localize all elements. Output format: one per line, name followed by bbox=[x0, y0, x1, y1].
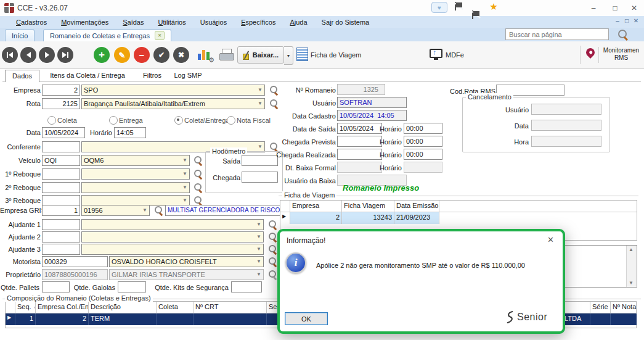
qtde-gaiolas-input[interactable] bbox=[118, 281, 146, 292]
gris-lookup-button[interactable] bbox=[153, 205, 163, 215]
last-record-button[interactable] bbox=[57, 47, 73, 63]
memo-scrollbar[interactable]: ▲ ▼ bbox=[626, 246, 637, 287]
ficha-row-empresa[interactable]: 2 bbox=[290, 212, 342, 224]
radio-coleta[interactable] bbox=[47, 116, 56, 125]
radio-entrega[interactable] bbox=[109, 116, 118, 125]
ficha-col-ficha[interactable]: Ficha Viagem bbox=[342, 201, 394, 212]
flag-off-icon[interactable] bbox=[471, 10, 481, 19]
comp-col-descricao[interactable]: Descrição bbox=[89, 302, 157, 313]
mdfe-button[interactable]: MDFe bbox=[446, 51, 464, 59]
comp-row-crt[interactable] bbox=[194, 313, 267, 325]
next-record-button[interactable] bbox=[39, 47, 55, 63]
menu-usuarios[interactable]: Usuários bbox=[200, 19, 227, 26]
chart-button[interactable]: ⚙ bbox=[197, 49, 213, 62]
monitoramento-rms-button[interactable]: Monitoramen RMS bbox=[601, 47, 642, 62]
first-record-button[interactable] bbox=[2, 47, 18, 63]
reboque1-lookup-button[interactable] bbox=[193, 169, 203, 179]
motorista-select[interactable]: OSVALDO HORACIO CROISFELT▼ bbox=[109, 256, 264, 267]
delete-button[interactable]: − bbox=[134, 47, 150, 63]
favorites-heart-button[interactable]: ♥ bbox=[431, 2, 447, 13]
ficha-col-empresa[interactable]: Empresa bbox=[290, 201, 342, 212]
veiculo-code-input[interactable]: OQI bbox=[42, 155, 80, 166]
veiculo-select[interactable]: OQM6▼ bbox=[81, 155, 190, 166]
reboque2-select[interactable]: ▼ bbox=[81, 182, 190, 193]
comp-row-empresa[interactable]: 2 bbox=[36, 313, 89, 325]
confirm-button[interactable]: ✔ bbox=[153, 47, 169, 63]
comp-row-seq[interactable]: 1 bbox=[15, 313, 36, 325]
reboque3-lookup-button[interactable] bbox=[193, 196, 203, 205]
conferente-code-input[interactable] bbox=[42, 141, 80, 152]
comp-row-nota[interactable] bbox=[611, 313, 637, 325]
tab-itens[interactable]: Itens da Coleta / Entrega bbox=[41, 70, 134, 81]
flag-icon[interactable] bbox=[454, 2, 463, 10]
radio-coleta-entrega[interactable] bbox=[174, 116, 183, 125]
ficha-viagem-button[interactable]: Ficha de Viagem bbox=[311, 51, 361, 59]
data-input[interactable]: 10/05/2024 bbox=[42, 127, 85, 138]
menu-utilitarios[interactable]: Utilitários bbox=[158, 19, 185, 26]
qtde-pallets-input[interactable] bbox=[42, 281, 70, 292]
print-button[interactable] bbox=[219, 49, 235, 62]
rota-code-input[interactable]: 2125 bbox=[42, 98, 80, 109]
rota-select[interactable]: Bragança Paulista/Atibaia/Itatiba/Extrem… bbox=[81, 98, 265, 109]
menu-movimentacoes[interactable]: Movimentações bbox=[61, 19, 108, 26]
empresa-select[interactable]: SPO▼ bbox=[81, 85, 265, 96]
mdi-restore-button[interactable]: □ bbox=[622, 17, 631, 24]
tab-filtros[interactable]: Filtros bbox=[137, 70, 168, 81]
tab-dados[interactable]: Dados bbox=[5, 70, 39, 82]
tab-romaneio[interactable]: Romaneio de Coletas e Entregas ✕ bbox=[43, 29, 171, 41]
comp-col-nota[interactable]: Nº Nota bbox=[611, 302, 637, 313]
mdi-minimize-button[interactable]: – bbox=[613, 17, 622, 24]
ajudante2-lookup-button[interactable] bbox=[267, 232, 277, 242]
ajudante2-select[interactable]: ▼ bbox=[81, 231, 264, 243]
ficha-col-emissao[interactable]: Data Emissão bbox=[394, 201, 439, 212]
dialog-close-icon[interactable]: ✕ bbox=[547, 235, 554, 244]
comp-col-empresa[interactable]: Empresa Col./Ent. bbox=[36, 302, 89, 313]
comp-col-serie[interactable]: Série bbox=[590, 302, 611, 313]
reboque1-select[interactable]: ▼ bbox=[81, 168, 190, 180]
reboque1-code-input[interactable] bbox=[42, 168, 80, 180]
tab-close-icon[interactable]: ✕ bbox=[155, 31, 165, 40]
reboque2-code-input[interactable] bbox=[42, 182, 80, 193]
motorista-code-input[interactable]: 000329 bbox=[42, 256, 108, 267]
ok-button[interactable]: OK bbox=[285, 312, 328, 325]
add-button[interactable]: + bbox=[94, 47, 110, 63]
veiculo-lookup-button[interactable] bbox=[193, 155, 203, 165]
motorista-lookup-button[interactable] bbox=[267, 257, 277, 267]
mdfe-icon[interactable] bbox=[430, 49, 442, 58]
menu-sair[interactable]: Sair do Sistema bbox=[322, 19, 370, 26]
mdi-close-button[interactable]: ✕ bbox=[632, 17, 640, 24]
ajudante1-lookup-button[interactable] bbox=[267, 220, 277, 230]
reboque2-lookup-button[interactable] bbox=[193, 183, 203, 193]
ajudante3-code-input[interactable] bbox=[42, 244, 80, 255]
prev-record-button[interactable] bbox=[20, 47, 36, 63]
saida-horario-input[interactable]: 00:00 bbox=[404, 123, 442, 134]
baixar-dropdown-button[interactable]: ▼ bbox=[284, 46, 293, 65]
close-button[interactable]: ✕ bbox=[626, 2, 642, 14]
comp-row-descricao[interactable]: TERM bbox=[89, 313, 157, 325]
comp-row-serie[interactable] bbox=[590, 313, 611, 325]
ficha-row-ficha[interactable]: 13243 bbox=[342, 212, 394, 224]
gris-select[interactable]: 01956▼ bbox=[81, 205, 150, 216]
ficha-row-emissao[interactable]: 21/09/2023 bbox=[394, 212, 439, 224]
menu-saidas[interactable]: Saídas bbox=[123, 19, 144, 26]
empresa-code-input[interactable]: 2 bbox=[42, 85, 80, 96]
horario-input[interactable]: 14:05 bbox=[114, 127, 146, 138]
comp-col-crt[interactable]: Nº CRT bbox=[194, 302, 267, 313]
search-input[interactable] bbox=[505, 28, 609, 40]
ficha-viagem-icon[interactable] bbox=[296, 48, 308, 61]
cancel-button[interactable]: ✖ bbox=[173, 47, 189, 63]
tab-log-smp[interactable]: Log SMP bbox=[170, 70, 206, 81]
edit-button[interactable]: ✎ bbox=[114, 47, 130, 63]
comp-row-coleta[interactable] bbox=[157, 313, 194, 325]
ajudante3-lookup-button[interactable] bbox=[267, 244, 277, 254]
maximize-button[interactable]: □ bbox=[607, 2, 623, 14]
baixar-button[interactable]: Baixar... bbox=[237, 46, 284, 64]
scroll-down-icon[interactable]: ▼ bbox=[629, 280, 634, 286]
menu-especificos[interactable]: Específicos bbox=[241, 19, 275, 26]
ajudante1-code-input[interactable] bbox=[42, 219, 80, 230]
comp-col-seq[interactable]: Seq. bbox=[15, 302, 36, 313]
tab-inicio[interactable]: Início bbox=[5, 29, 35, 41]
radio-nota-fiscal[interactable] bbox=[227, 116, 235, 125]
gris-code-input[interactable]: 1 bbox=[42, 205, 80, 216]
menu-cadastros[interactable]: Cadastros bbox=[16, 19, 47, 26]
